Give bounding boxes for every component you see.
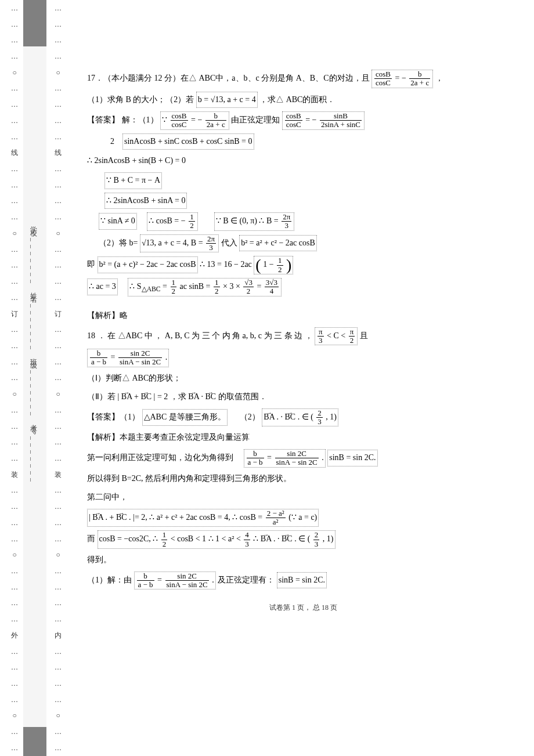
gutter-mark: … xyxy=(55,599,62,606)
gutter-mark: … xyxy=(55,197,62,204)
q17-sol-l4: ∵ B + C = π − A xyxy=(87,172,519,189)
gutter-mark: … xyxy=(11,455,18,462)
gutter-mark: … xyxy=(11,342,18,349)
gutter-mark: … xyxy=(55,519,62,526)
q17-paren: ( 1 − 12 ) xyxy=(254,256,293,274)
gutter-mark: … xyxy=(55,85,62,92)
q18-got: 得到。 xyxy=(87,552,519,568)
gutter-mark: ○ xyxy=(12,712,16,719)
q17-sol-l5: ∴ 2sinAcosB + sinA = 0 xyxy=(87,193,519,209)
gutter-mark: … xyxy=(11,101,18,108)
page-footer: 试卷第 1 页， 总 18 页 xyxy=(87,601,519,614)
q17-analysis: 【解析】略 xyxy=(87,308,519,324)
gutter-vertical-text: 学校：_______姓名：_______班级：_______考号：_______ xyxy=(28,220,38,485)
gutter-mark: … xyxy=(55,407,62,414)
gutter-mark: … xyxy=(55,278,62,285)
gutter-mark: … xyxy=(11,278,18,285)
gutter-mark: ○ xyxy=(12,69,16,76)
gutter-mark: … xyxy=(11,53,18,60)
gutter-mark: 装 xyxy=(55,471,62,478)
gutter-mark: … xyxy=(55,37,62,44)
gutter-mark: … xyxy=(11,503,18,510)
gutter-mark: ○ xyxy=(56,551,60,558)
binding-gutter: 学校：_______姓名：_______班级：_______考号：_______… xyxy=(0,0,70,756)
gutter-mark: … xyxy=(11,85,18,92)
gutter-mark: … xyxy=(55,584,62,591)
gutter-dark-top xyxy=(23,0,46,46)
q17-sol-l3: ∴ 2sinAcosB + sin(B + C) = 0 xyxy=(87,153,519,169)
gutter-mark: … xyxy=(55,648,62,655)
gutter-mark: ○ xyxy=(12,551,16,558)
q18-p2: （Ⅱ）若 | BA + BC | = 2 ，求 BA · BC 的取值范围． xyxy=(87,389,519,405)
gutter-marks-right: …………○…………线…………○…………订…………○…………装…………○…………内… xyxy=(52,0,64,756)
gutter-marks-left: …………○…………线…………○…………订…………○…………装…………○…………外… xyxy=(9,0,20,756)
gutter-mark: … xyxy=(11,294,18,301)
gutter-mark: … xyxy=(55,21,62,28)
vector-ba-2: BA xyxy=(188,392,199,401)
gutter-dark-bottom xyxy=(23,727,46,756)
gutter-mark: … xyxy=(11,133,18,140)
q17-sol-frac-b: cosBcosC = − sinB2sinA + sinC xyxy=(282,111,365,130)
gutter-mark: … xyxy=(55,439,62,446)
gutter-mark: … xyxy=(55,664,62,671)
q17-sol-l7: （2）将 b= √13, a + c = 4, B = 2π3 代入 b² = … xyxy=(87,234,519,253)
gutter-mark: … xyxy=(55,246,62,253)
vector-bc: BC xyxy=(140,392,151,401)
gutter-mark: ○ xyxy=(56,390,60,397)
gutter-mark: … xyxy=(55,359,62,366)
q17-sub: √13, a + c = 4, B = 2π3 xyxy=(140,234,219,253)
gutter-mark: … xyxy=(11,616,18,623)
gutter-mark: … xyxy=(55,680,62,687)
gutter-mark: … xyxy=(11,246,18,253)
q18-range: π3 < C < π2 xyxy=(315,327,358,346)
gutter-mark: 装 xyxy=(11,471,18,478)
gutter-mark: ○ xyxy=(56,230,60,237)
q18-sol1: （1）解：由 ba − b = sin 2CsinA − sin 2C . 及正… xyxy=(87,571,519,590)
gutter-mark: ○ xyxy=(12,230,16,237)
gutter-mark: … xyxy=(11,519,18,526)
q18-answer: 【答案】（1） △ABC 是等腰三角形。 （2） BA . · BC . ∈ (… xyxy=(87,408,519,427)
gutter-mark: 内 xyxy=(55,632,62,639)
gutter-mark: … xyxy=(55,503,62,510)
q18-analysis-c: 所以得到 B=2C, 然后利用内角和定理得到三角形的形状。 xyxy=(87,471,519,487)
gutter-mark: … xyxy=(55,133,62,140)
gutter-mark: … xyxy=(11,326,18,333)
gutter-mark: 线 xyxy=(55,149,62,156)
gutter-mark: … xyxy=(55,53,62,60)
q17-sol-l8: 即 b² = (a + c)² − 2ac − 2ac cosB ∴ 13 = … xyxy=(87,256,519,274)
q17-cosb: ∴ cosB = − 12 xyxy=(147,212,197,231)
gutter-mark: … xyxy=(11,648,18,655)
gutter-mark: … xyxy=(55,455,62,462)
gutter-mark: … xyxy=(11,359,18,366)
gutter-mark: … xyxy=(11,567,18,574)
gutter-mark: … xyxy=(55,487,62,494)
gutter-mark: … xyxy=(11,5,18,12)
gutter-mark: … xyxy=(11,599,18,606)
vector-ba: BA xyxy=(121,392,132,401)
gutter-mark: … xyxy=(55,696,62,703)
q18-l3-box: cosB = −cos2C, ∴ 12 < cosB < 1 ∴ 1 < a² … xyxy=(98,530,335,549)
gutter-mark: … xyxy=(55,262,62,269)
gutter-mark: … xyxy=(11,374,18,381)
gutter-mark: … xyxy=(55,423,62,430)
q17-stem-text: 17．（本小题满分 12 分）在△ ABC中，a、b、c 分别是角 A、B、C的… xyxy=(87,74,370,82)
q17-sol-l2: 2 sinAcosB + sinC cosB + cosC sinB = 0 xyxy=(87,133,519,150)
gutter-mark: ○ xyxy=(56,69,60,76)
gutter-mark: … xyxy=(11,536,18,542)
gutter-mark: … xyxy=(55,101,62,108)
q17-sol-frac-a: ∵ cosBcosC = − b2a + c xyxy=(160,111,229,130)
q18-analysis-b: 第一问利用正弦定理可知，边化为角得到 ba − b = sin 2CsinA −… xyxy=(87,449,519,468)
q17-sol-l6: ∵ sinA ≠ 0 ∴ cosB = − 12 ∵ B ∈ (0, π) ∴ … xyxy=(87,212,519,231)
gutter-mark: 订 xyxy=(55,310,62,317)
gutter-mark: … xyxy=(55,117,62,124)
gutter-mark: … xyxy=(11,197,18,204)
gutter-mark: ○ xyxy=(12,390,16,397)
gutter-mark: … xyxy=(11,696,18,703)
gutter-mark: … xyxy=(55,326,62,333)
gutter-mark: … xyxy=(55,342,62,349)
gutter-mark: … xyxy=(55,728,62,735)
gutter-mark: … xyxy=(11,117,18,124)
q18-analysis-a: 【解析】本题主要考查正余弦定理及向量运算 xyxy=(87,430,519,446)
gutter-mark: … xyxy=(11,680,18,687)
gutter-mark: ○ xyxy=(56,712,60,719)
